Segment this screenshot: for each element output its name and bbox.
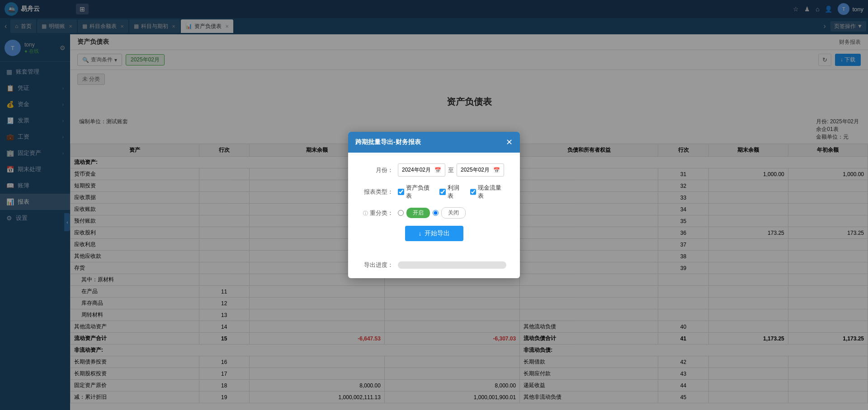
modal-body: 月份： 2024年02月 📅 至 2025年02月 📅 报表类型： xyxy=(348,153,520,256)
from-date-value: 2024年02月 xyxy=(402,166,431,174)
checkbox-profit-label: 利润表 xyxy=(448,184,465,200)
modal-title: 跨期批量导出-财务报表 xyxy=(355,138,421,146)
progress-row: 导出进度： xyxy=(348,256,520,278)
progress-label: 导出进度： xyxy=(362,261,393,269)
export-modal: 跨期批量导出-财务报表 ✕ 月份： 2024年02月 📅 至 2025年02月 … xyxy=(348,132,520,278)
start-export-button[interactable]: ↓ 开始导出 xyxy=(405,226,463,241)
from-date-input[interactable]: 2024年02月 📅 xyxy=(398,163,445,177)
report-type-control: 资产负债表 利润表 现金流量表 xyxy=(398,184,506,200)
month-row: 月份： 2024年02月 📅 至 2025年02月 📅 xyxy=(362,163,506,177)
progress-bar xyxy=(398,261,506,269)
calendar-icon: 📅 xyxy=(493,167,500,173)
checkbox-balance-sheet[interactable]: 资产负债表 xyxy=(398,184,434,200)
month-label: 月份： xyxy=(362,166,393,174)
checkbox-cashflow-input[interactable] xyxy=(470,189,476,195)
reclassify-close-button[interactable]: 关闭 xyxy=(441,207,466,219)
modal-close-button[interactable]: ✕ xyxy=(506,137,513,147)
radio-close-input[interactable] xyxy=(433,210,439,216)
radio-open-input[interactable] xyxy=(398,210,404,216)
reclassify-control: 开启 关闭 xyxy=(398,207,506,219)
modal-footer: ↓ 开始导出 xyxy=(362,226,506,246)
reclassify-row: ⓘ 重分类： 开启 关闭 xyxy=(362,207,506,219)
checkbox-profit[interactable]: 利润表 xyxy=(439,184,464,200)
modal-overlay[interactable]: 跨期批量导出-财务报表 ✕ 月份： 2024年02月 📅 至 2025年02月 … xyxy=(0,0,868,410)
report-type-row: 报表类型： 资产负债表 利润表 现金流量表 xyxy=(362,184,506,200)
start-export-label: 开始导出 xyxy=(425,229,450,238)
radio-close[interactable] xyxy=(433,210,439,216)
download-icon: ↓ xyxy=(419,230,422,237)
date-separator: 至 xyxy=(448,166,454,174)
month-control: 2024年02月 📅 至 2025年02月 📅 xyxy=(398,163,506,177)
checkbox-cashflow-label: 现金流量表 xyxy=(478,184,506,200)
checkbox-balance-sheet-input[interactable] xyxy=(398,189,404,195)
report-type-label: 报表类型： xyxy=(362,188,393,196)
radio-open[interactable] xyxy=(398,210,404,216)
modal-header: 跨期批量导出-财务报表 ✕ xyxy=(348,132,520,153)
to-date-value: 2025年02月 xyxy=(461,166,490,174)
calendar-icon: 📅 xyxy=(434,167,441,173)
to-date-input[interactable]: 2025年02月 📅 xyxy=(457,163,504,177)
checkbox-profit-input[interactable] xyxy=(439,189,446,195)
reclassify-open-button[interactable]: 开启 xyxy=(406,208,430,218)
checkbox-cashflow[interactable]: 现金流量表 xyxy=(470,184,506,200)
reclassify-label: ⓘ 重分类： xyxy=(362,209,393,217)
checkbox-balance-sheet-label: 资产负债表 xyxy=(406,184,434,200)
